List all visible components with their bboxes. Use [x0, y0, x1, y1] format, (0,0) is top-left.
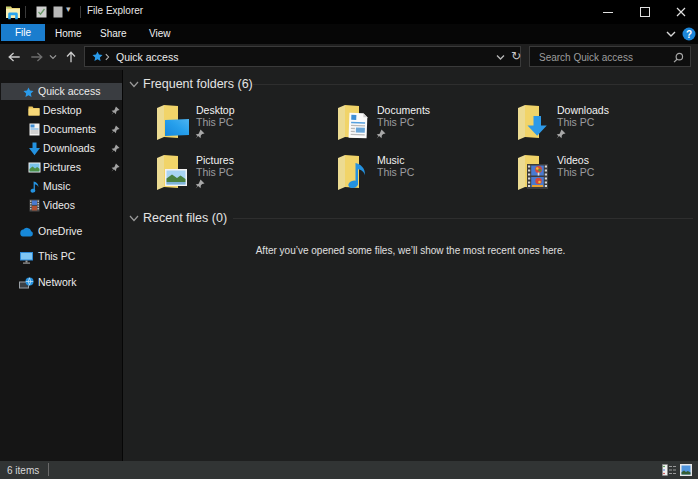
svg-text:?: ?: [686, 29, 692, 40]
